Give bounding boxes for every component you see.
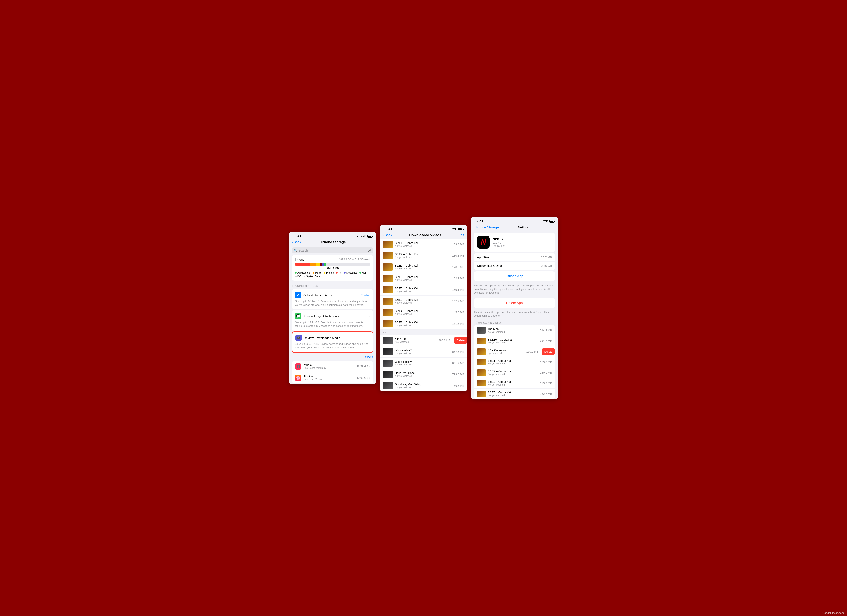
- netflix-app-header: N Netflix 17.17.0 Netflix, Inc.: [474, 233, 555, 252]
- dl-thumb-1: [477, 338, 486, 344]
- app-info-photos: Photos Last used: Today: [304, 375, 354, 381]
- large-attachments-rec[interactable]: 💬 Review Large Attachments › Save up to …: [292, 310, 373, 331]
- video-row-3[interactable]: S6:E6 – Cobra Kai Not yet watched 162.7 …: [380, 273, 467, 284]
- video-size-1: 180.1 MB: [452, 254, 464, 257]
- tv-swipe-row: o the Fire t yet watched 880.3 MB Delete: [380, 335, 467, 346]
- tv-video-list: o the Fire t yet watched 880.3 MB Delete…: [380, 335, 467, 391]
- video-row-5[interactable]: S6:E3 – Cobra Kai Not yet watched 147.2 …: [380, 296, 467, 307]
- back-button-2[interactable]: ‹ Back: [383, 233, 392, 237]
- dl-row-4[interactable]: S6:E7 – Cobra Kai Not yet watched 180.1 …: [474, 367, 555, 378]
- dl-size-6: 162.7 MB: [540, 392, 552, 395]
- delete-button-dl[interactable]: Delete: [542, 348, 555, 355]
- video-info-4: S6:E5 – Cobra Kai Not yet watched: [395, 287, 450, 293]
- tv-row-1[interactable]: Who Is Alive? Not yet watched 867.6 MB: [380, 346, 467, 358]
- video-name-0: S6:E1 – Cobra Kai: [395, 241, 450, 245]
- storage-legend: Applications Music Photos TV Messages Ma…: [295, 271, 370, 278]
- dl-swipe-content[interactable]: E2 – Cobra Kai t yet watched 190.2 MB: [474, 346, 542, 357]
- app-name-music: Music: [304, 363, 354, 367]
- docs-data-label: Documents & Data: [477, 264, 502, 267]
- legend-photos: Photos: [326, 271, 333, 274]
- dl-sub-4: Not yet watched: [488, 373, 538, 376]
- status-bar-2: 09:41 WiFi: [380, 225, 467, 232]
- dl-sub-1: Not yet watched: [488, 341, 538, 344]
- video-row-2[interactable]: S6:E9 – Cobra Kai Not yet watched 173.9 …: [380, 261, 467, 273]
- edit-button[interactable]: Edit: [458, 233, 464, 237]
- dl-info-5: S6:E9 – Cobra Kai Not yet watched: [488, 380, 538, 386]
- tv-sub-swiped: t yet watched: [395, 340, 437, 343]
- video-size-6: 145.5 MB: [452, 311, 464, 314]
- tv-row-3[interactable]: Hello, Ms. Cobel Not yet watched 793.6 M…: [380, 369, 467, 380]
- video-info-6: S6:E4 – Cobra Kai Not yet watched: [395, 309, 450, 315]
- nav-bar-1: ‹ Back iPhone Storage: [289, 239, 376, 246]
- video-row-0[interactable]: S6:E1 – Cobra Kai Not yet watched 183.8 …: [380, 239, 467, 250]
- tv-row-4[interactable]: Goodbye, Mrs. Selvig Not yet watched 756…: [380, 380, 467, 391]
- chevron-left-icon-2: ‹: [383, 233, 384, 237]
- downloaded-media-rec[interactable]: 🎬 Review Downloaded Media › Save up to 6…: [292, 332, 373, 352]
- video-row-4[interactable]: S6:E5 – Cobra Kai Not yet watched 159.1 …: [380, 284, 467, 296]
- app-row-photos[interactable]: 🌸 Photos Last used: Today 10.61 GB ›: [292, 372, 373, 383]
- dl-row-5[interactable]: S6:E9 – Cobra Kai Not yet watched 173.9 …: [474, 378, 555, 389]
- video-row-1[interactable]: S6:E7 – Cobra Kai Not yet watched 180.1 …: [380, 250, 467, 261]
- tv-size-4: 756.6 MB: [452, 384, 464, 388]
- search-bar[interactable]: 🔍 Search 🎤: [292, 247, 373, 253]
- app-sub-music: Last used: Yesterday: [304, 367, 354, 370]
- music-icon: 🎵: [295, 363, 301, 370]
- tv-size-3: 793.6 MB: [452, 373, 464, 376]
- dl-row-0[interactable]: The Menu Not yet watched 514.4 MB: [474, 325, 555, 336]
- tv-thumb-2: [383, 360, 393, 367]
- dl-swipe-row: E2 – Cobra Kai t yet watched 190.2 MB De…: [474, 346, 555, 357]
- legend-tv: TV: [338, 271, 341, 274]
- video-thumb-1: [383, 252, 393, 259]
- tv-name-4: Goodbye, Mrs. Selvig: [395, 383, 450, 386]
- offload-enable-button[interactable]: Enable: [361, 293, 370, 297]
- video-size-2: 173.9 MB: [452, 265, 464, 269]
- attachments-rec-title-row: 💬 Review Large Attachments: [295, 313, 339, 320]
- dl-row-1[interactable]: S6:E10 – Cobra Kai Not yet watched 241.7…: [474, 336, 555, 346]
- offload-rec-title: Offload Unused Apps: [304, 293, 332, 297]
- app-size-photos: 10.61 GB ›: [357, 376, 370, 379]
- back-button-3[interactable]: ‹ iPhone Storage: [474, 225, 499, 229]
- video-thumb-5: [383, 298, 393, 305]
- dl-row-6[interactable]: S6:E6 – Cobra Kai Not yet watched 162.7 …: [474, 389, 555, 399]
- appstore-icon: A: [295, 292, 301, 298]
- back-button-1[interactable]: ‹ Back: [292, 240, 301, 244]
- media-rec-title: Review Downloaded Media: [304, 336, 340, 340]
- tv-section-header: TV: [380, 329, 467, 335]
- netflix-icon: N: [477, 236, 490, 249]
- app-size-card: App Size 165.7 MB Documents & Data 2.86 …: [474, 253, 555, 270]
- video-thumb-0: [383, 241, 393, 248]
- video-name-2: S6:E9 – Cobra Kai: [395, 264, 450, 267]
- storage-used: 187.83 GB of 512 GB used: [339, 258, 370, 261]
- netflix-app-info: Netflix 17.17.0 Netflix, Inc.: [493, 237, 505, 247]
- offload-app-desc: This will free up storage used by the ap…: [471, 283, 558, 297]
- netflix-company: Netflix, Inc.: [493, 244, 505, 247]
- dl-info-4: S6:E7 – Cobra Kai Not yet watched: [488, 370, 538, 376]
- offload-rec-title-row: A Offload Unused Apps: [295, 292, 332, 298]
- size-sort-button[interactable]: Size ↕: [289, 354, 376, 360]
- delete-app-button[interactable]: Delete App: [474, 298, 555, 308]
- video-name-3: S6:E6 – Cobra Kai: [395, 276, 450, 279]
- status-bar-3: 09:41 WiFi: [471, 217, 558, 225]
- screen-3: 09:41 WiFi ‹ iPhone Storage Netflix: [471, 217, 558, 399]
- video-row-6[interactable]: S6:E4 – Cobra Kai Not yet watched 145.5 …: [380, 307, 467, 318]
- tv-swipe-content[interactable]: o the Fire t yet watched 880.3 MB: [380, 335, 454, 346]
- screen-1: 09:41 WiFi ‹ Back iPhone Storage 🔍 Searc: [289, 232, 376, 384]
- offload-app-button[interactable]: Offload App: [474, 271, 555, 281]
- free-storage-label: 324.17 GB: [295, 267, 370, 270]
- video-thumb-6: [383, 309, 393, 316]
- chevron-left-icon-1: ‹: [292, 240, 293, 244]
- docs-data-value: 2.86 GB: [541, 264, 552, 267]
- video-row-7[interactable]: S6:E8 – Cobra Kai Not yet watched 141.5 …: [380, 318, 467, 329]
- delete-button-swiped[interactable]: Delete: [454, 337, 467, 343]
- video-size-0: 183.8 MB: [452, 243, 464, 246]
- chevron-photos: ›: [369, 376, 370, 379]
- storage-bar: [295, 263, 370, 266]
- app-sub-photos: Last used: Today: [304, 378, 354, 381]
- app-row-music[interactable]: 🎵 Music Last used: Yesterday 18.59 GB ›: [292, 361, 373, 372]
- dl-row-3[interactable]: S6:E1 – Cobra Kai Not yet watched 183.8 …: [474, 357, 555, 367]
- offload-rec-header: A Offload Unused Apps Enable: [295, 292, 370, 298]
- video-info-7: S6:E8 – Cobra Kai Not yet watched: [395, 321, 450, 327]
- netflix-app-name: Netflix: [493, 237, 505, 241]
- tv-row-2[interactable]: Woe's Hollow Not yet watched 831.2 MB: [380, 358, 467, 369]
- nav-bar-3: ‹ iPhone Storage Netflix: [471, 225, 558, 231]
